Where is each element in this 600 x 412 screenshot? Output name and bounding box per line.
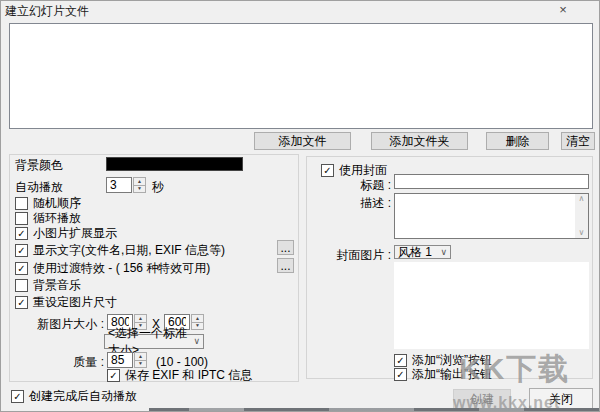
autoplay-unit-label: 秒 <box>152 180 164 194</box>
checkbox-show-text[interactable]: ✓ 显示文字(文件名,日期, EXIF 信息等) <box>15 243 225 257</box>
desc-scrollbar[interactable]: ∧ ∨ <box>575 194 588 238</box>
cover-desc-input[interactable] <box>395 194 575 238</box>
spinner-down-icon[interactable]: ▼ <box>134 360 147 369</box>
quality-spinner: ▲ ▼ <box>134 352 147 368</box>
checkbox-box: ✓ <box>11 390 24 403</box>
autoplay-seconds-input[interactable] <box>106 177 132 193</box>
cover-preview <box>394 262 589 349</box>
window-title: 建立幻灯片文件 <box>5 3 89 20</box>
checkbox-bg-music[interactable]: 背景音乐 <box>15 278 81 292</box>
checkbox-transition[interactable]: ✓ 使用过渡特效 - ( 156 种特效可用) <box>15 261 210 275</box>
checkbox-box: ✓ <box>15 244 28 257</box>
checkbox-box: ✓ <box>394 354 407 367</box>
title-bar[interactable]: 建立幻灯片文件 × <box>1 1 599 19</box>
checkbox-add-browse-button[interactable]: ✓ 添加“浏览”按钮 <box>394 353 492 367</box>
checkbox-add-output-button[interactable]: ✓ 添加“输出”按钮 <box>394 367 492 381</box>
cover-desc-field: ∧ ∨ <box>394 193 589 239</box>
checkbox-autoplay-after-create[interactable]: ✓ 创建完成后自动播放 <box>11 389 137 403</box>
checkbox-use-cover[interactable]: ✓ 使用封面 <box>319 163 389 177</box>
checkbox-box: ✓ <box>321 164 334 177</box>
create-button[interactable]: 创建 <box>453 389 511 409</box>
checkbox-box: ✓ <box>15 296 28 309</box>
create-slideshow-dialog: 建立幻灯片文件 × 添加文件 添加文件夹 删除 清空 背景颜色 自动播放 ▲ ▼… <box>0 0 600 412</box>
transition-more-button[interactable]: ... <box>277 258 294 273</box>
clear-button[interactable]: 清空 <box>561 132 595 150</box>
add-folder-button[interactable]: 添加文件夹 <box>371 132 468 150</box>
chevron-down-icon: ∨ <box>193 337 200 346</box>
cover-title-label: 标题 : <box>341 178 391 192</box>
scroll-up-icon[interactable]: ∧ <box>579 194 585 204</box>
checkbox-resize[interactable]: ✓ 重设定图片尺寸 <box>15 295 117 309</box>
show-text-more-button[interactable]: ... <box>277 240 294 255</box>
checkbox-save-exif[interactable]: ✓ 保存 EXIF 和 IPTC 信息 <box>107 368 252 382</box>
quality-range-label: (10 - 100) <box>156 355 208 369</box>
checkbox-thumb-expand[interactable]: ✓ 小图片扩展显示 <box>15 226 117 240</box>
checkbox-box: ✓ <box>15 262 28 275</box>
quality-label: 质量 : <box>45 355 104 369</box>
add-files-button[interactable]: 添加文件 <box>254 132 351 150</box>
checkbox-box: ✓ <box>15 227 28 240</box>
close-icon[interactable]: × <box>551 1 575 18</box>
cover-style-select[interactable]: 风格 1 ∨ <box>394 245 451 259</box>
close-button[interactable]: 关闭 <box>529 388 593 409</box>
bg-color-label: 背景颜色 <box>15 158 63 172</box>
scroll-down-icon[interactable]: ∨ <box>579 228 585 238</box>
autoplay-spinner: ▲ ▼ <box>133 177 146 193</box>
bg-color-swatch[interactable] <box>106 157 243 171</box>
cover-title-input[interactable] <box>394 174 589 189</box>
checkbox-box <box>15 197 28 210</box>
spinner-down-icon[interactable]: ▼ <box>133 185 146 194</box>
autoplay-label: 自动播放 <box>15 180 63 194</box>
checkbox-random-order[interactable]: 随机顺序 <box>15 196 81 210</box>
standard-size-select[interactable]: <选择一个标准大小> ∨ <box>104 334 204 349</box>
cover-desc-label: 描述 : <box>341 196 391 210</box>
new-size-label: 新图片大小 : <box>15 317 104 331</box>
checkbox-box: ✓ <box>394 368 407 381</box>
checkbox-box <box>15 279 28 292</box>
background-window-edge <box>149 408 600 412</box>
checkbox-loop-play[interactable]: 循环播放 <box>15 211 81 225</box>
cover-image-label: 封面图片 : <box>331 248 391 262</box>
delete-button[interactable]: 删除 <box>486 132 549 150</box>
chevron-down-icon: ∨ <box>440 248 447 257</box>
quality-input[interactable] <box>107 352 133 368</box>
checkbox-box: ✓ <box>107 369 120 382</box>
checkbox-box <box>15 212 28 225</box>
file-list[interactable] <box>9 23 593 129</box>
